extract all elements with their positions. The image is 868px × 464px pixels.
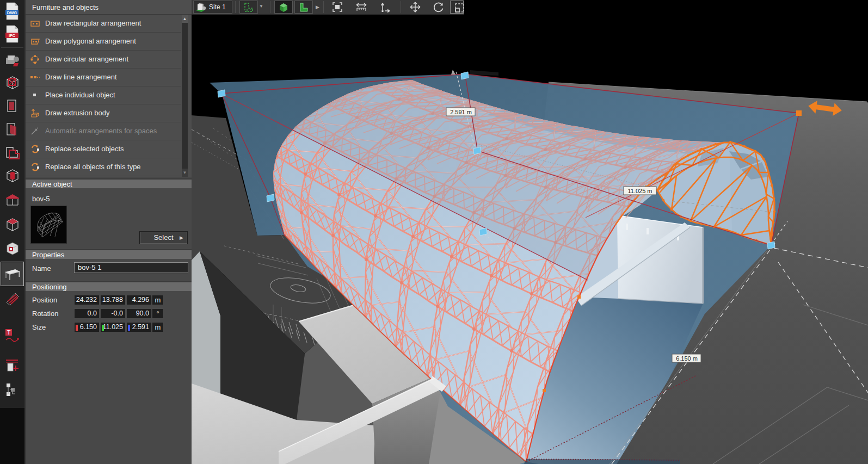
svg-text:IFC: IFC bbox=[9, 33, 16, 38]
svg-text:DWG: DWG bbox=[7, 10, 17, 15]
svg-text:T: T bbox=[7, 329, 11, 336]
svg-text:6.150 m: 6.150 m bbox=[676, 355, 698, 362]
svg-text:2.591 m: 2.591 m bbox=[450, 109, 472, 115]
svg-text:11.025 m: 11.025 m bbox=[627, 188, 652, 194]
